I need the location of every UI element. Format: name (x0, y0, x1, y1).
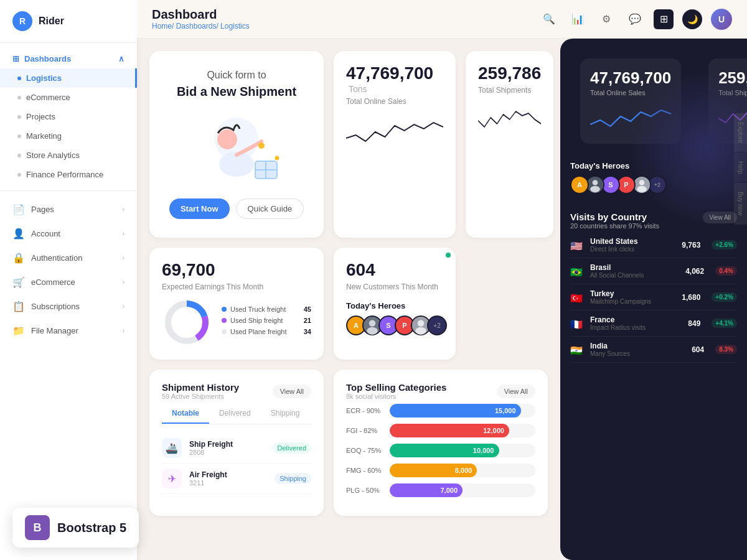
ship-status-2: Shipping (275, 473, 311, 484)
sidebar-logo[interactable]: R Rider (0, 0, 137, 43)
stat-value: 259,786 (478, 63, 541, 83)
app-name: Rider (39, 16, 64, 27)
pages-icon: 📄 (12, 203, 25, 215)
legend-dot-ship (222, 318, 227, 323)
card-header-selling: Top Selling Categories 8k social visitor… (346, 382, 535, 400)
start-now-button[interactable]: Start Now (169, 198, 230, 219)
sidebar-item-marketing[interactable]: Marketing (0, 126, 137, 146)
ship-info: Ship Freight 2808 (189, 440, 265, 456)
bar-value: 7,000 (440, 487, 458, 494)
flag-in: 🇮🇳 (570, 345, 584, 355)
svg-point-19 (590, 186, 600, 192)
country-info-fr: France Impact Radius visits (590, 315, 682, 331)
dark-avatar-a: A (570, 175, 589, 194)
active-dot (17, 77, 21, 80)
country-info-us: United States Direct link clicks (590, 237, 675, 253)
right-panel: Explore Help Buy now 47,769,700 Total On… (560, 39, 747, 560)
bar-item-fmg: FMG - 60% 8,000 (346, 464, 535, 477)
dashboards-group[interactable]: ⊞ Dashboards ∧ (0, 49, 137, 68)
selling-sub: 8k social visitors (346, 393, 446, 400)
chevron-up-icon: ∧ (118, 54, 125, 63)
sidebar-item-projects[interactable]: Projects (0, 107, 137, 126)
sidebar: R Rider ⊞ Dashboards ∧ Logistics eCommer… (0, 0, 137, 560)
sidebar-item-account[interactable]: 👤 Account › (0, 222, 137, 246)
country-info-in: India Many Sources (590, 342, 685, 357)
content-area: Quick form to Bid a New Shipment (137, 39, 747, 560)
ship-freight-icon: 🚢 (162, 438, 182, 458)
subs-icon: 📋 (12, 301, 25, 312)
bar-fill: 8,000 (390, 464, 477, 477)
change-in: 8.3% (715, 345, 737, 354)
sidebar-item-ecommerce2[interactable]: 🛒 eCommerce › (0, 270, 137, 294)
sidebar-item-filemanager[interactable]: 📁 File Manager › (0, 319, 137, 343)
chart-icon-btn[interactable]: 📊 (568, 9, 588, 29)
settings-icon-btn[interactable]: ⚙ (596, 9, 616, 29)
bar-track: 8,000 (390, 464, 535, 477)
vtab-buynow[interactable]: Buy now (734, 183, 747, 224)
account-icon: 👤 (12, 228, 25, 240)
logo-icon: R (12, 11, 32, 31)
svg-point-21 (639, 180, 645, 185)
topbar: Dashboard Home/ Dashboards/ Logistics 🔍 … (137, 0, 747, 39)
top-cards-grid: Quick form to Bid a New Shipment (149, 51, 548, 360)
grid-icon-btn[interactable]: ⊞ (654, 9, 674, 29)
country-us: 🇺🇸 United States Direct link clicks 9,76… (570, 232, 737, 258)
bar-item-eoq: EOQ - 75% 10,000 (346, 444, 535, 457)
bar-item-fgi: FGI - 82% 12,000 (346, 424, 535, 437)
tab-delivered[interactable]: Delivered (209, 404, 261, 424)
bar-label: EOQ - 75% (346, 447, 383, 454)
search-icon-btn[interactable]: 🔍 (539, 9, 559, 29)
bootstrap-watermark: B Bootstrap 5 (12, 508, 139, 548)
heroes-area: Today's Heroes A S P +2 (346, 301, 443, 335)
hero-illustration (187, 111, 286, 186)
page-title: Dashboard (152, 7, 250, 22)
dot (17, 115, 21, 119)
dot (17, 134, 21, 138)
dark-mode-toggle[interactable]: 🌙 (682, 9, 702, 29)
svg-point-2 (217, 129, 237, 149)
sidebar-item-logistics[interactable]: Logistics (0, 68, 137, 88)
country-info-br: Brasil All Social Channels (590, 263, 679, 279)
sidebar-item-finance[interactable]: Finance Performance (0, 165, 137, 184)
visits-title-area: Visits by Country 20 countries share 97%… (570, 212, 659, 230)
shipment-tabs: Notable Delivered Shipping (162, 404, 311, 424)
bottom-cards-grid: Shipment History 59 Active Shipments Vie… (149, 370, 548, 516)
view-all-selling-button[interactable]: View All (497, 385, 535, 398)
bar-label: FMG - 60% (346, 467, 383, 474)
view-all-shipments-button[interactable]: View All (273, 385, 311, 398)
sidebar-item-pages[interactable]: 📄 Pages › (0, 197, 137, 222)
legend-dot-plane (222, 329, 227, 334)
dot (17, 96, 21, 100)
stat-value: 47,769,700 Tons (346, 63, 443, 95)
svg-point-7 (275, 156, 280, 161)
vtab-explore[interactable]: Explore (734, 113, 747, 152)
chevron-icon: › (123, 254, 125, 261)
mini-chart-shipments (478, 102, 541, 139)
shipment-history-card: Shipment History 59 Active Shipments Vie… (149, 370, 324, 516)
flag-us: 🇺🇸 (570, 240, 584, 250)
sidebar-item-subscriptions[interactable]: 📋 Subscriptions › (0, 294, 137, 319)
vtab-help[interactable]: Help (734, 152, 747, 183)
donut-legend: Used Truck freight 45 Used Ship freight … (222, 306, 311, 339)
dot (17, 154, 21, 157)
legend-plane: Used Plane freight 34 (222, 328, 311, 335)
hero-count: +2 (427, 315, 447, 335)
sidebar-item-ecommerce[interactable]: eCommerce (0, 88, 137, 107)
user-avatar[interactable]: U (711, 9, 732, 30)
tab-shipping[interactable]: Shipping (261, 404, 310, 424)
hero-buttons: Start Now Quick Guide (169, 198, 304, 219)
quick-guide-button[interactable]: Quick Guide (236, 198, 304, 219)
top-selling-card: Top Selling Categories 8k social visitor… (334, 370, 548, 516)
chevron-icon: › (123, 279, 125, 286)
stat-label: Total Online Sales (346, 97, 443, 106)
chevron-icon: › (123, 206, 125, 213)
country-info-tr: Turkey Mailchimp Campaigns (590, 289, 675, 305)
sidebar-item-auth[interactable]: 🔒 Authentication › (0, 246, 137, 270)
tab-notable[interactable]: Notable (162, 404, 209, 424)
bar-fill: 15,000 (390, 404, 521, 418)
sidebar-item-store-analytics[interactable]: Store Analytics (0, 146, 137, 165)
bar-fill: 12,000 (390, 424, 509, 437)
change-us: +2.6% (712, 240, 737, 250)
chat-icon-btn[interactable]: 💬 (625, 9, 645, 29)
ship-name-2: Air Freight (189, 470, 267, 479)
